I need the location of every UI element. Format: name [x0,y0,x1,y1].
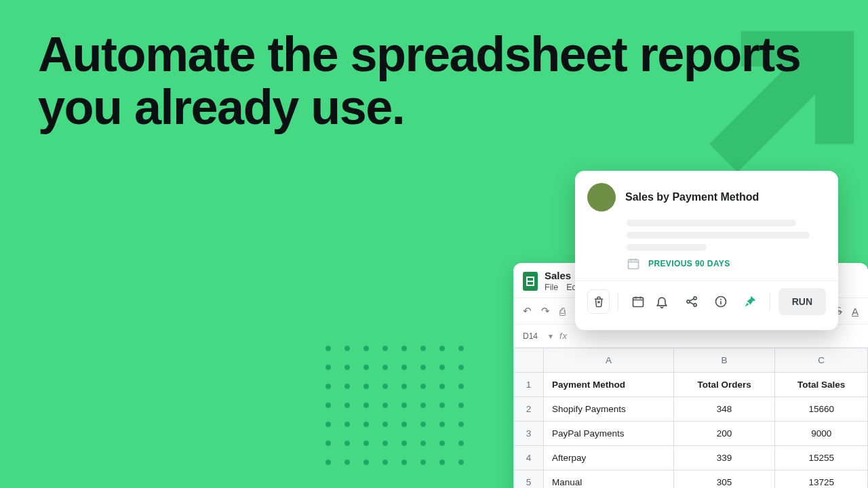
redo-icon[interactable]: ↷ [541,305,550,317]
table-row[interactable]: 2 Shopify Payments 348 15660 [514,397,868,422]
promo-canvas: Automate the spreadsheet reports you alr… [0,0,868,488]
svg-point-6 [720,299,722,300]
table-row[interactable]: 1 Payment Method Total Orders Total Sale… [514,373,868,397]
svg-rect-1 [633,298,643,306]
schedule-icon[interactable] [627,289,649,314]
table-row[interactable]: 3 PayPal Payments 200 9000 [514,422,868,446]
text-format-icon[interactable]: A [852,306,859,317]
share-icon[interactable] [680,289,703,314]
select-all-cell[interactable] [514,348,544,373]
fx-icon: fx [559,331,568,341]
spreadsheet-title[interactable]: Sales [545,270,576,281]
table-row[interactable]: 4 Afterpay 339 15255 [514,446,868,470]
dropdown-icon[interactable]: ▾ [549,331,553,341]
pin-icon[interactable] [738,289,761,314]
menu-file[interactable]: File [545,283,558,292]
active-cell-ref: D14 [523,331,542,341]
spreadsheet-menu-bar: File Ed [545,283,576,292]
col-header-a[interactable]: A [544,348,674,373]
report-avatar [587,183,616,211]
dot-grid-decoration [319,339,471,472]
col-header-b[interactable]: B [673,348,775,373]
report-title: Sales by Payment Method [625,191,759,203]
date-range-chip[interactable]: PREVIOUS 90 DAYS [647,256,732,271]
bell-icon[interactable] [651,289,673,314]
calendar-icon [627,257,640,270]
spreadsheet-grid[interactable]: A B C 1 Payment Method Total Orders Tota… [513,348,868,488]
print-icon[interactable]: ⎙ [559,306,566,317]
svg-rect-0 [629,260,639,268]
run-button[interactable]: RUN [778,288,826,315]
delete-icon[interactable] [587,289,610,314]
col-header-c[interactable]: C [775,348,868,373]
report-card: Sales by Payment Method PREVIOUS 90 DAYS [575,171,838,330]
sheets-app-icon [523,272,538,291]
info-icon[interactable] [709,289,732,314]
report-actions: RUN [587,288,826,315]
report-description-placeholder [627,220,826,251]
table-row[interactable]: 5 Manual 305 13725 [514,470,868,489]
undo-icon[interactable]: ↶ [523,305,532,317]
page-headline: Automate the spreadsheet reports you alr… [38,28,868,134]
